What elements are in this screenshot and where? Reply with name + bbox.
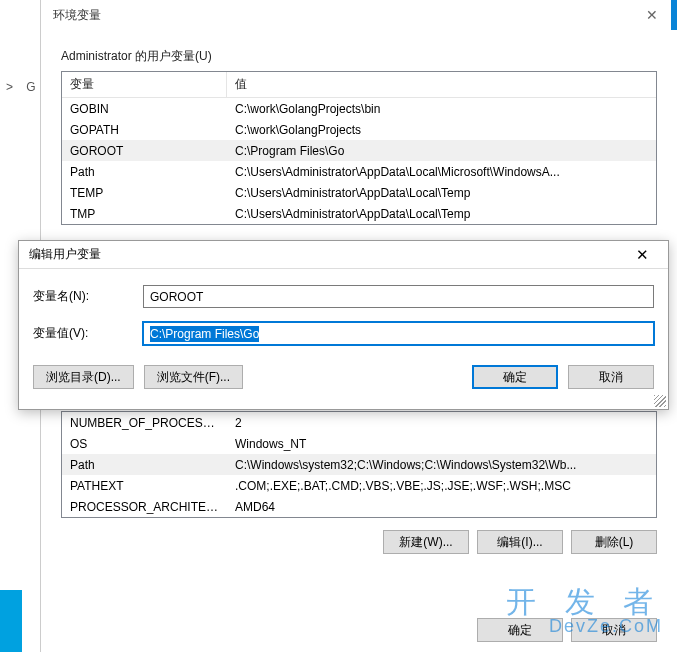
var-name: Path (62, 163, 227, 181)
list-header: 变量 值 (62, 72, 656, 98)
browse-file-button[interactable]: 浏览文件(F)... (144, 365, 243, 389)
var-name: GOBIN (62, 100, 227, 118)
var-name: TMP (62, 205, 227, 223)
browse-dir-button[interactable]: 浏览目录(D)... (33, 365, 134, 389)
table-row[interactable]: PATHEXT.COM;.EXE;.BAT;.CMD;.VBS;.VBE;.JS… (62, 475, 656, 496)
var-name: GOPATH (62, 121, 227, 139)
table-row[interactable]: OSWindows_NT (62, 433, 656, 454)
edit-dialog-title: 编辑用户变量 (29, 246, 101, 263)
edit-button[interactable]: 编辑(I)... (477, 530, 563, 554)
var-value: Windows_NT (227, 435, 656, 453)
var-name: TEMP (62, 184, 227, 202)
edit-user-variable-dialog: 编辑用户变量 ✕ 变量名(N): 变量值(V): C:\Program File… (18, 240, 669, 410)
table-row[interactable]: GOROOTC:\Program Files\Go (62, 140, 656, 161)
table-row[interactable]: GOPATHC:\work\GolangProjects (62, 119, 656, 140)
var-value-input[interactable]: C:\Program Files\Go (143, 322, 654, 345)
table-row[interactable]: PathC:\Windows\system32;C:\Windows;C:\Wi… (62, 454, 656, 475)
var-value: 2 (227, 414, 656, 432)
close-icon[interactable]: ✕ (622, 241, 662, 268)
var-value: .COM;.EXE;.BAT;.CMD;.VBS;.VBE;.JS;.JSE;.… (227, 477, 656, 495)
var-value: C:\Users\Administrator\AppData\Local\Tem… (227, 184, 656, 202)
var-value: C:\Program Files\Go (227, 142, 656, 160)
var-value: C:\work\GolangProjects\bin (227, 100, 656, 118)
resize-grip-icon[interactable] (654, 395, 666, 407)
table-row[interactable]: NUMBER_OF_PROCESSORS2 (62, 412, 656, 433)
edit-ok-button[interactable]: 确定 (472, 365, 558, 389)
var-value: C:\Windows\system32;C:\Windows;C:\Window… (227, 456, 656, 474)
table-row[interactable]: GOBINC:\work\GolangProjects\bin (62, 98, 656, 119)
system-vars-list[interactable]: NUMBER_OF_PROCESSORS2OSWindows_NTPathC:\… (61, 411, 657, 518)
close-icon[interactable]: ✕ (637, 7, 667, 23)
var-name: PROCESSOR_ARCHITECT... (62, 498, 227, 516)
var-name: NUMBER_OF_PROCESSORS (62, 414, 227, 432)
user-vars-list[interactable]: 变量 值 GOBINC:\work\GolangProjects\binGOPA… (61, 71, 657, 225)
table-row[interactable]: PROCESSOR_ARCHITECT...AMD64 (62, 496, 656, 517)
cancel-button[interactable]: 取消 (571, 618, 657, 642)
table-row[interactable]: TMPC:\Users\Administrator\AppData\Local\… (62, 203, 656, 224)
var-name: Path (62, 456, 227, 474)
var-name: GOROOT (62, 142, 227, 160)
table-row[interactable]: TEMPC:\Users\Administrator\AppData\Local… (62, 182, 656, 203)
var-name-label: 变量名(N): (33, 288, 143, 305)
table-row[interactable]: PathC:\Users\Administrator\AppData\Local… (62, 161, 656, 182)
var-name: PATHEXT (62, 477, 227, 495)
user-vars-label: Administrator 的用户变量(U) (41, 30, 677, 71)
ok-button[interactable]: 确定 (477, 618, 563, 642)
edit-cancel-button[interactable]: 取消 (568, 365, 654, 389)
var-value: C:\work\GolangProjects (227, 121, 656, 139)
new-button[interactable]: 新建(W)... (383, 530, 469, 554)
dialog-bottom-buttons: 确定 取消 (477, 618, 657, 642)
header-name[interactable]: 变量 (62, 72, 227, 97)
breadcrumb-sep: > (6, 80, 13, 94)
var-name: OS (62, 435, 227, 453)
system-vars-buttons: 新建(W)... 编辑(I)... 删除(L) (41, 518, 677, 554)
var-value-label: 变量值(V): (33, 325, 143, 342)
window-accent (671, 0, 677, 30)
var-value: AMD64 (227, 498, 656, 516)
breadcrumb-item[interactable]: G (26, 80, 35, 94)
var-name-input[interactable] (143, 285, 654, 308)
delete-button[interactable]: 删除(L) (571, 530, 657, 554)
var-value: C:\Users\Administrator\AppData\Local\Tem… (227, 205, 656, 223)
header-value[interactable]: 值 (227, 72, 656, 97)
dialog-title: 环境变量 (53, 7, 101, 24)
var-value: C:\Users\Administrator\AppData\Local\Mic… (227, 163, 656, 181)
